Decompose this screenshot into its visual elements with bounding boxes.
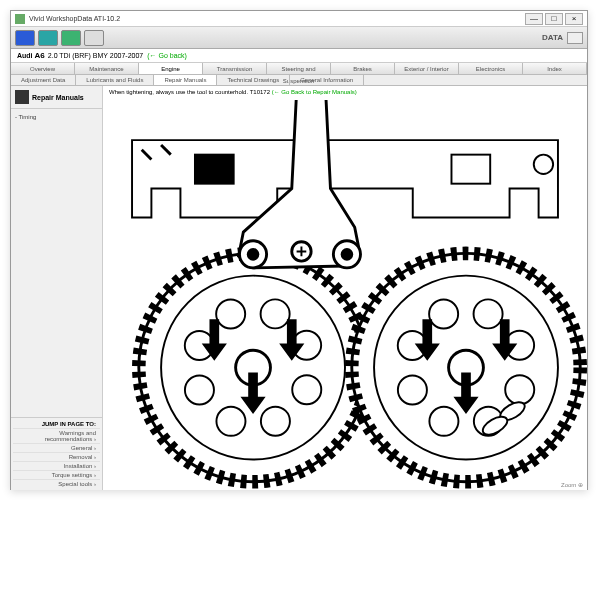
svg-point-30 <box>248 250 258 260</box>
svg-point-8 <box>261 407 290 436</box>
jump-link[interactable]: Installation › <box>13 461 100 470</box>
toolbar-button-2[interactable] <box>38 30 58 46</box>
svg-point-21 <box>429 407 458 436</box>
jump-link[interactable]: Special tools › <box>13 479 100 488</box>
brand-logo: DATA <box>542 32 583 44</box>
toolbar-button-1[interactable] <box>15 30 35 46</box>
svg-point-24 <box>429 299 458 328</box>
back-to-manuals-link[interactable]: (← Go Back to Repair Manuals) <box>272 89 357 95</box>
vehicle-brand: Audi <box>17 52 33 59</box>
technical-diagram <box>103 100 587 490</box>
tab-maintenance[interactable]: Maintenance <box>75 63 139 74</box>
toolbar-button-3[interactable] <box>61 30 81 46</box>
manual-icon <box>15 90 29 104</box>
tab-overview[interactable]: Overview <box>11 63 75 74</box>
jump-link[interactable]: Warnings and recommendations › <box>13 428 100 443</box>
jump-section: JUMP IN PAGE TO: Warnings and recommenda… <box>11 417 102 490</box>
svg-point-22 <box>398 375 427 404</box>
vehicle-spec: 2.0 TDi (BRF) BMY 2007-2007 <box>48 52 143 59</box>
tab-steering-and-suspension[interactable]: Steering and Suspension <box>267 63 331 74</box>
sidebar-title: Repair Manuals <box>32 94 84 101</box>
tab-engine[interactable]: Engine <box>139 63 203 74</box>
zoom-control[interactable]: Zoom ⊕ <box>561 481 583 488</box>
window-title: Vivid WorkshopData ATI-10.2 <box>29 15 525 22</box>
subtab-technical-drawings[interactable]: Technical Drawings <box>217 75 290 85</box>
tab-transmission[interactable]: Transmission <box>203 63 267 74</box>
jump-link[interactable]: Torque settings › <box>13 470 100 479</box>
svg-point-2 <box>534 155 553 174</box>
svg-point-9 <box>216 407 245 436</box>
maximize-button[interactable]: □ <box>545 13 563 25</box>
instruction-text: When tightening, always use the tool to … <box>103 86 587 98</box>
toolbar: DATA <box>11 27 587 49</box>
svg-rect-1 <box>451 155 490 184</box>
subtab-lubricants-and-fluids[interactable]: Lubricants and Fluids <box>76 75 154 85</box>
tab-exterior-interior[interactable]: Exterior / Interior <box>395 63 459 74</box>
svg-point-19 <box>505 375 534 404</box>
svg-rect-0 <box>195 155 234 184</box>
app-icon <box>15 14 25 24</box>
jump-link[interactable]: Removal › <box>13 452 100 461</box>
vehicle-bar: Audi A6 2.0 TDi (BRF) BMY 2007-2007 (← G… <box>11 49 587 63</box>
jump-link[interactable]: General › <box>13 443 100 452</box>
svg-point-25 <box>474 299 503 328</box>
jump-heading: JUMP IN PAGE TO: <box>13 420 100 428</box>
svg-point-13 <box>261 299 290 328</box>
tab-index[interactable]: Index <box>523 63 587 74</box>
tab-electronics[interactable]: Electronics <box>459 63 523 74</box>
logo-box-icon <box>567 32 583 44</box>
go-back-link[interactable]: (← Go back) <box>147 52 187 59</box>
toolbar-button-4[interactable] <box>84 30 104 46</box>
main-tabs: OverviewMaintenanceEngineTransmissionSte… <box>11 63 587 75</box>
close-button[interactable]: × <box>565 13 583 25</box>
minimize-button[interactable]: — <box>525 13 543 25</box>
main-content: When tightening, always use the tool to … <box>103 86 587 490</box>
sidebar-header: Repair Manuals <box>11 86 102 109</box>
svg-point-7 <box>292 375 321 404</box>
sub-tabs: Adjustment DataLubricants and FluidsRepa… <box>11 75 587 86</box>
tree-view: - Timing <box>11 109 102 417</box>
sidebar: Repair Manuals - Timing JUMP IN PAGE TO:… <box>11 86 103 490</box>
subtab-repair-manuals[interactable]: Repair Manuals <box>154 75 217 85</box>
logo-text: DATA <box>542 33 563 42</box>
svg-point-32 <box>342 250 352 260</box>
svg-point-12 <box>216 299 245 328</box>
vehicle-model: A6 <box>35 51 45 60</box>
app-window: Vivid WorkshopData ATI-10.2 — □ × DATA A… <box>10 10 588 490</box>
titlebar: Vivid WorkshopData ATI-10.2 — □ × <box>11 11 587 27</box>
subtab-adjustment-data[interactable]: Adjustment Data <box>11 75 76 85</box>
tab-brakes[interactable]: Brakes <box>331 63 395 74</box>
tree-item[interactable]: - Timing <box>13 113 100 121</box>
svg-point-10 <box>185 375 214 404</box>
subtab-general-information[interactable]: General Information <box>290 75 364 85</box>
